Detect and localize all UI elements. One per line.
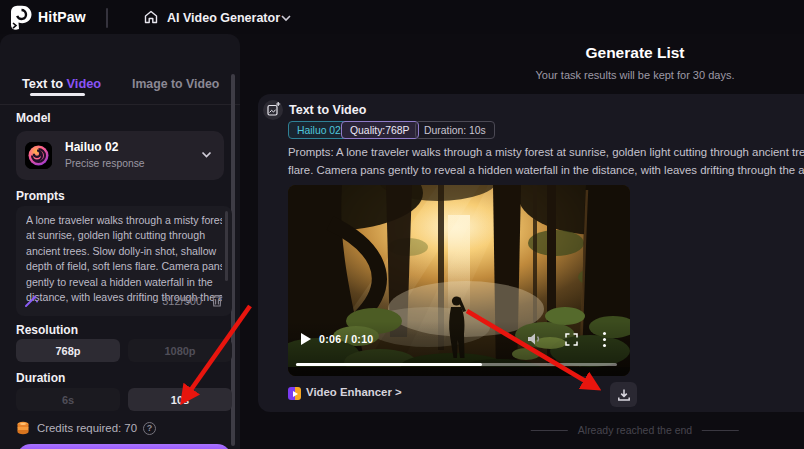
download-button[interactable]	[610, 382, 637, 407]
download-icon	[617, 388, 631, 402]
video-player[interactable]: 0:06 / 0:10	[288, 185, 630, 376]
video-time: 0:06 / 0:10	[319, 333, 374, 345]
tab-text-label: Text to	[22, 76, 67, 91]
prompt-line: gently to reveal a hidden waterfall in t…	[26, 276, 222, 288]
topbar-divider	[106, 8, 108, 28]
task-prompt-line1: Prompts: A lone traveler walks through a…	[288, 146, 804, 158]
tab-text-accent: Video	[67, 76, 102, 91]
settings-panel: Text to Video Image to Video Model Hailu…	[0, 34, 240, 449]
resolution-1080p-button[interactable]: 1080p	[128, 339, 232, 362]
credits-text: Credits required: 70	[37, 422, 137, 434]
hailuo-model-icon	[25, 142, 52, 169]
trash-icon[interactable]	[210, 293, 224, 308]
end-of-list: Already reached the end	[531, 424, 739, 436]
text-to-video-icon	[263, 100, 283, 120]
divider	[0, 104, 240, 105]
top-bar: HitPaw AI Video Generator	[0, 0, 804, 34]
model-description: Precise response	[65, 158, 145, 169]
magic-wand-icon[interactable]	[24, 293, 39, 308]
task-type-label: Text to Video	[289, 103, 366, 117]
hitpaw-logo-icon	[9, 4, 34, 31]
coins-icon	[16, 421, 31, 435]
badge-duration: Duration: 10s	[415, 121, 495, 139]
duration-10s-button[interactable]: 10s	[128, 388, 232, 411]
task-prompt-line2: flare. Camera pans gently to reveal a hi…	[288, 164, 804, 176]
prompt-line: at sunrise, golden light cutting through	[26, 229, 222, 241]
prompts-label: Prompts	[16, 189, 65, 203]
model-select[interactable]: Hailuo 02 Precise response	[16, 131, 224, 180]
brand-name: HitPaw	[38, 9, 86, 25]
chevron-down-icon	[201, 150, 212, 159]
end-text: Already reached the end	[578, 424, 692, 436]
volume-icon[interactable]	[527, 332, 542, 346]
video-progress-fill	[296, 363, 482, 367]
play-icon[interactable]	[301, 333, 311, 345]
video-enhancer-link[interactable]: Video Enhancer >	[306, 386, 402, 398]
fullscreen-icon[interactable]	[565, 333, 578, 346]
duration-6s-button[interactable]: 6s	[16, 388, 120, 411]
video-enhancer-icon	[288, 387, 301, 400]
home-icon[interactable]	[143, 9, 159, 25]
prompt-line: A lone traveler walks through a misty fo…	[26, 214, 222, 226]
end-dash	[531, 430, 568, 431]
textarea-scrollbar[interactable]	[225, 211, 229, 281]
tab-text-to-video[interactable]: Text to Video	[22, 76, 101, 91]
prompt-line: ancient trees. Slow dolly-in shot, shall…	[26, 245, 222, 257]
chevron-down-icon[interactable]	[281, 14, 291, 22]
model-name: Hailuo 02	[65, 140, 118, 154]
resolution-768p-button[interactable]: 768p	[16, 339, 120, 362]
resolution-label: Resolution	[16, 323, 78, 337]
video-controls-gradient	[288, 321, 630, 376]
duration-label: Duration	[16, 371, 65, 385]
model-label: Model	[16, 111, 51, 125]
nav-title[interactable]: AI Video Generator	[167, 11, 280, 25]
generate-button[interactable]: Generate	[16, 444, 232, 449]
video-progress-bar[interactable]	[296, 363, 617, 367]
more-options-icon[interactable]	[602, 332, 606, 347]
active-tab-underline	[30, 93, 85, 96]
char-counter: 312/500	[162, 295, 202, 307]
prompt-textarea[interactable]: A lone traveler walks through a misty fo…	[16, 206, 232, 316]
generate-task-card: Text to Video Hailuo 02 Quality:768P Dur…	[258, 94, 804, 412]
end-dash	[702, 430, 739, 431]
tab-image-to-video[interactable]: Image to Video	[132, 77, 219, 91]
badge-quality: Quality:768P	[341, 121, 419, 139]
help-icon[interactable]: ?	[143, 422, 156, 435]
credits-row: Credits required: 70 ?	[16, 420, 156, 436]
page-subtitle: Your task results will be kept for 30 da…	[536, 69, 735, 81]
prompt-line: depth of field, soft lens flare. Camera …	[26, 260, 222, 272]
page-title: Generate List	[585, 44, 684, 62]
